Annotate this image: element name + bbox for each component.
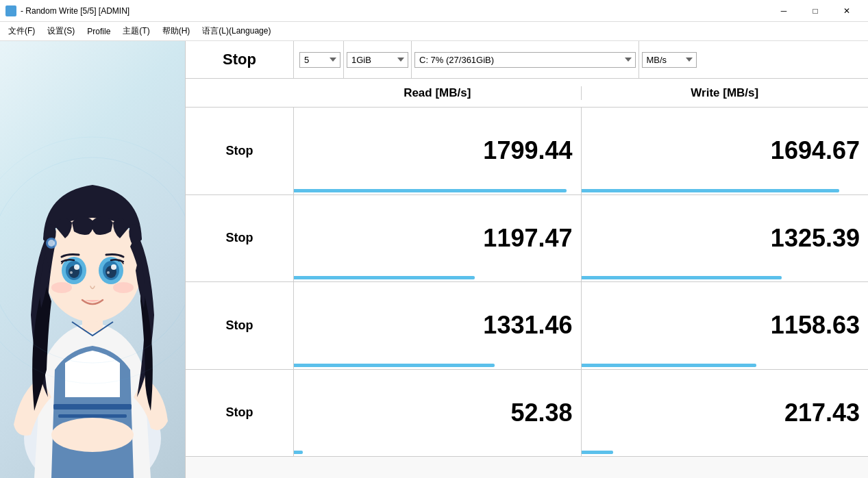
read-value-3: 52.38 [294,370,582,457]
read-progress-3 [294,451,303,454]
table-row: Stop 1799.44 1694.67 [186,108,868,195]
anime-background [0,41,185,478]
app-icon [5,5,16,16]
menu-item[interactable]: 帮助(H) [157,24,196,38]
unit-select-wrap: MB/s GB/s IOPS [639,41,866,78]
read-progress-2 [294,364,495,367]
stop-button-row-2[interactable]: Stop [186,282,294,369]
control-selects: 5 1 3 10 1GiB 512MiB 256MiB 4GiB [294,41,868,78]
close-button[interactable]: ✕ [831,0,863,22]
minimize-button[interactable]: ─ [768,0,799,22]
read-progress-1 [294,276,475,279]
menu-item[interactable]: 文件(F) [3,24,40,38]
main-content: Stop 5 1 3 10 1GiB 512MiB 256MiB 4GiB [0,41,868,478]
read-value-0: 1799.44 [294,108,582,194]
write-value-0: 1694.67 [582,108,869,194]
write-progress-3 [582,451,613,454]
write-progress-2 [582,364,756,367]
write-header: Write [MB/s] [582,86,869,100]
count-select[interactable]: 5 1 3 10 [299,52,340,68]
data-rows: Stop 1799.44 1694.67 Stop 1197.47 1325.3… [186,108,868,456]
svg-point-3 [51,418,134,452]
controls-row: Stop 5 1 3 10 1GiB 512MiB 256MiB 4GiB [186,41,868,79]
svg-point-14 [111,264,116,270]
write-progress-1 [582,276,782,279]
benchmark-area: Stop 5 1 3 10 1GiB 512MiB 256MiB 4GiB [185,41,868,478]
table-row: Stop 1197.47 1325.39 [186,195,868,283]
svg-point-10 [70,271,73,274]
bottom-status-bar [186,456,868,478]
title-bar: - Random Write [5/5] [ADMIN] ─ □ ✕ [0,0,868,22]
stop-button-main[interactable]: Stop [186,41,294,78]
menu-item[interactable]: 设置(S) [42,24,80,38]
count-select-wrap: 5 1 3 10 [297,41,344,78]
menu-item[interactable]: Profile [82,25,116,38]
unit-select[interactable]: MB/s GB/s IOPS [642,52,697,68]
svg-point-16 [51,282,72,293]
svg-point-19 [48,240,55,247]
stop-button-row-1[interactable]: Stop [186,195,294,282]
read-progress-0 [294,189,567,192]
table-row: Stop 52.38 217.43 [186,370,868,457]
window-title: - Random Write [5/5] [ADMIN] [21,6,768,16]
stop-button-row-0[interactable]: Stop [186,108,294,194]
size-select-wrap: 1GiB 512MiB 256MiB 4GiB [344,41,412,78]
menu-item[interactable]: 主题(T) [117,24,155,38]
svg-rect-1 [53,404,132,410]
menu-item[interactable]: 语言(L)(Language) [197,24,276,38]
table-header: Read [MB/s] Write [MB/s] [186,79,868,108]
menu-bar: 文件(F)设置(S)Profile主题(T)帮助(H)语言(L)(Languag… [0,22,868,41]
drive-select[interactable]: C: 7% (27/361GiB) [414,52,636,68]
read-value-2: 1331.46 [294,282,582,369]
anime-character [0,41,185,478]
write-value-1: 1325.39 [582,195,869,282]
write-progress-0 [582,189,840,192]
write-value-2: 1158.63 [582,282,869,369]
maximize-button[interactable]: □ [799,0,831,22]
size-select[interactable]: 1GiB 512MiB 256MiB 4GiB [347,52,408,68]
svg-rect-2 [58,414,127,418]
read-header: Read [MB/s] [294,86,582,100]
svg-point-15 [107,271,110,274]
table-row: Stop 1331.46 1158.63 [186,282,868,370]
read-value-1: 1197.47 [294,195,582,282]
window-controls: ─ □ ✕ [768,0,863,22]
drive-select-wrap: C: 7% (27/361GiB) [412,41,639,78]
svg-point-17 [113,282,134,293]
stop-button-row-3[interactable]: Stop [186,370,294,457]
svg-point-9 [74,264,79,270]
write-value-3: 217.43 [582,370,869,457]
